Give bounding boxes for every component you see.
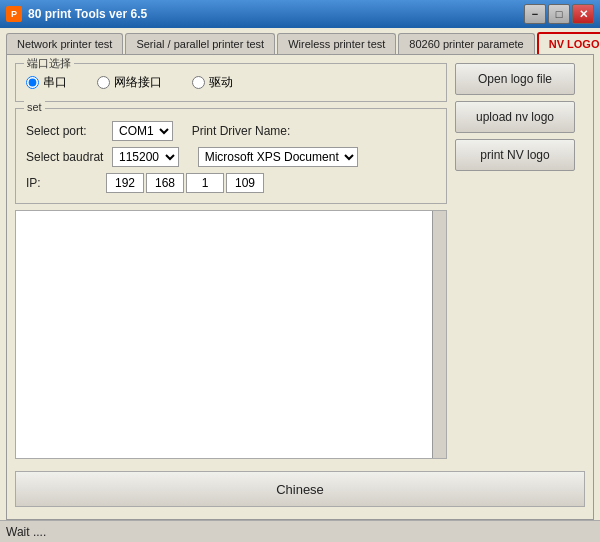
select-port-row: Select port: COM1 COM2 COM3 COM4 Print D…: [26, 121, 436, 141]
select-baudrate-label: Select baudrat: [26, 150, 106, 164]
scrollbar-vertical[interactable]: [432, 211, 446, 458]
tab-serial[interactable]: Serial / parallel printer test: [125, 33, 275, 54]
select-port-label: Select port:: [26, 124, 106, 138]
select-baudrate-row: Select baudrat 9600 19200 38400 57600 11…: [26, 147, 436, 167]
print-driver-label: Print Driver Name:: [192, 124, 291, 138]
bottom-bar: Chinese: [15, 471, 585, 507]
select-port-dropdown[interactable]: COM1 COM2 COM3 COM4: [112, 121, 173, 141]
ip-part-2[interactable]: [146, 173, 184, 193]
window-title: 80 print Tools ver 6.5: [28, 7, 524, 21]
log-area: [15, 210, 447, 459]
minimize-button[interactable]: −: [524, 4, 546, 24]
tab-bar: Network printer test Serial / parallel p…: [6, 32, 594, 54]
content-area: 端口选择 串口 网络接口 驱动: [6, 54, 594, 520]
tab-network[interactable]: Network printer test: [6, 33, 123, 54]
main-body: 端口选择 串口 网络接口 驱动: [15, 63, 585, 459]
ip-row: IP:: [26, 173, 436, 193]
right-panel: Open logo file upload nv logo print NV l…: [455, 63, 585, 459]
main-window: Network printer test Serial / parallel p…: [0, 28, 600, 542]
chinese-button[interactable]: Chinese: [16, 472, 584, 506]
tab-80260[interactable]: 80260 printer paramete: [398, 33, 534, 54]
upload-nv-logo-button[interactable]: upload nv logo: [455, 101, 575, 133]
window-controls: − □ ✕: [524, 4, 594, 24]
ip-part-1[interactable]: [106, 173, 144, 193]
ip-label: IP:: [26, 176, 106, 190]
title-bar: P 80 print Tools ver 6.5 − □ ✕: [0, 0, 600, 28]
port-selection-group: 端口选择 串口 网络接口 驱动: [15, 63, 447, 102]
tab-nvlogo[interactable]: NV LOGO: [537, 32, 600, 54]
radio-network[interactable]: 网络接口: [97, 74, 162, 91]
ip-part-3[interactable]: [186, 173, 224, 193]
app-icon: P: [6, 6, 22, 22]
maximize-button[interactable]: □: [548, 4, 570, 24]
ip-part-4[interactable]: [226, 173, 264, 193]
status-bar: Wait ....: [0, 520, 600, 542]
print-nv-logo-button[interactable]: print NV logo: [455, 139, 575, 171]
radio-row: 串口 网络接口 驱动: [26, 74, 436, 91]
close-button[interactable]: ✕: [572, 4, 594, 24]
left-panel: 端口选择 串口 网络接口 驱动: [15, 63, 447, 459]
radio-serial[interactable]: 串口: [26, 74, 67, 91]
tab-wireless[interactable]: Wireless printer test: [277, 33, 396, 54]
settings-title: set: [24, 101, 45, 113]
radio-driver[interactable]: 驱动: [192, 74, 233, 91]
log-textarea[interactable]: [16, 211, 446, 458]
open-logo-file-button[interactable]: Open logo file: [455, 63, 575, 95]
port-selection-title: 端口选择: [24, 56, 74, 71]
print-driver-dropdown[interactable]: Microsoft XPS Document Other Driver: [198, 147, 358, 167]
status-text: Wait ....: [6, 525, 46, 539]
select-baudrate-dropdown[interactable]: 9600 19200 38400 57600 115200: [112, 147, 179, 167]
settings-group: set Select port: COM1 COM2 COM3 COM4 Pri…: [15, 108, 447, 204]
